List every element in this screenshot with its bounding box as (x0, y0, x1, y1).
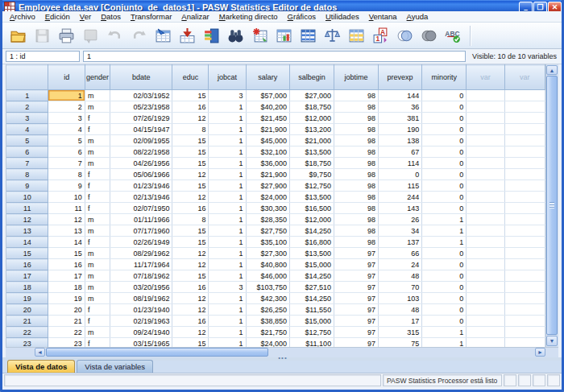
data-cell[interactable]: 97 (334, 327, 379, 338)
data-cell[interactable]: 16 (172, 316, 209, 327)
cell-editor-field[interactable]: 1 (83, 51, 466, 62)
empty-var-cell[interactable] (467, 113, 504, 124)
insert-variable-button[interactable] (272, 24, 296, 47)
redo-button[interactable] (126, 24, 151, 47)
data-cell[interactable]: 1 (209, 248, 246, 259)
data-cell[interactable]: $9,750 (289, 169, 334, 180)
data-cell[interactable]: 12 (172, 293, 209, 304)
data-cell[interactable]: 1 (209, 135, 246, 146)
data-cell[interactable]: 23 (48, 338, 85, 348)
empty-var-cell[interactable] (504, 225, 545, 237)
row-number-cell[interactable]: 2 (6, 101, 48, 113)
menu-item-archivo[interactable]: Archivo (5, 11, 40, 22)
data-cell[interactable]: f (85, 316, 110, 327)
empty-var-cell[interactable] (467, 327, 504, 338)
empty-var-cell[interactable] (504, 192, 545, 203)
data-cell[interactable]: 1 (209, 158, 246, 169)
data-cell[interactable]: 4 (48, 124, 85, 135)
column-header-prevexp[interactable]: prevexp (379, 65, 422, 90)
empty-var-cell[interactable] (467, 90, 504, 101)
row-number-cell[interactable]: 6 (6, 146, 48, 158)
data-cell[interactable]: 98 (334, 135, 379, 146)
menu-item-datos[interactable]: Datos (96, 11, 126, 22)
data-cell[interactable]: f (85, 338, 110, 348)
column-header-bdate[interactable]: bdate (110, 65, 172, 90)
data-cell[interactable]: 97 (334, 293, 379, 304)
data-cell[interactable]: f (85, 169, 110, 180)
data-cell[interactable]: 15 (172, 237, 209, 248)
data-cell[interactable]: 0 (422, 203, 467, 214)
empty-var-cell[interactable] (504, 259, 545, 270)
row-number-cell[interactable]: 3 (6, 113, 48, 124)
data-cell[interactable]: f (85, 180, 110, 192)
data-cell[interactable]: $42,300 (246, 293, 289, 304)
data-cell[interactable]: 6 (48, 146, 85, 158)
variables-button[interactable] (199, 24, 223, 47)
menu-item-ayuda[interactable]: Ayuda (402, 11, 433, 22)
data-cell[interactable]: 1 (422, 338, 467, 348)
empty-var-cell[interactable] (467, 101, 504, 113)
scroll-right-button[interactable]: ► (535, 348, 545, 357)
data-cell[interactable]: $27,300 (246, 248, 289, 259)
scroll-down-button[interactable]: ▼ (546, 336, 558, 346)
empty-var-cell[interactable] (467, 124, 504, 135)
data-cell[interactable]: 98 (334, 203, 379, 214)
data-cell[interactable]: $40,800 (246, 259, 289, 270)
data-cell[interactable]: $13,500 (289, 192, 334, 203)
data-cell[interactable]: 98 (334, 225, 379, 237)
data-cell[interactable]: 12 (48, 214, 85, 225)
data-cell[interactable]: 0 (422, 90, 467, 101)
data-cell[interactable]: 103 (379, 293, 422, 304)
data-cell[interactable]: m (85, 293, 110, 304)
data-cell[interactable]: 98 (334, 146, 379, 158)
data-cell[interactable]: 0 (379, 169, 422, 180)
data-cell[interactable]: 1 (422, 327, 467, 338)
menu-item-graficos[interactable]: Gráficos (283, 11, 321, 22)
value-labels-button[interactable]: A1 (368, 24, 392, 47)
column-header-salary[interactable]: salary (246, 65, 289, 90)
empty-var-cell[interactable] (504, 146, 545, 158)
data-cell[interactable]: 08/29/1962 (110, 248, 172, 259)
data-cell[interactable]: 02/09/1955 (110, 135, 172, 146)
data-cell[interactable]: 16 (172, 203, 209, 214)
data-cell[interactable]: 02/07/1950 (110, 203, 172, 214)
spell-check-button[interactable]: ABC (441, 24, 465, 47)
data-cell[interactable]: 15 (172, 225, 209, 237)
data-cell[interactable]: 1 (209, 225, 246, 237)
menu-item-utilidades[interactable]: Utilidades (321, 11, 364, 22)
data-cell[interactable]: 98 (334, 180, 379, 192)
data-cell[interactable]: 98 (334, 101, 379, 113)
data-cell[interactable]: 98 (334, 90, 379, 101)
data-cell[interactable]: 0 (422, 124, 467, 135)
column-header-gender[interactable]: gender (85, 65, 110, 90)
data-cell[interactable]: 02/03/1952 (110, 90, 172, 101)
data-cell[interactable]: 21 (48, 316, 85, 327)
data-cell[interactable]: m (85, 135, 110, 146)
data-cell[interactable]: 48 (379, 270, 422, 282)
data-cell[interactable]: 22 (48, 327, 85, 338)
row-number-cell[interactable]: 13 (6, 225, 48, 237)
menu-item-marketing-directo[interactable]: Marketing directo (214, 11, 283, 22)
data-cell[interactable]: 114 (379, 158, 422, 169)
empty-var-cell[interactable] (467, 338, 504, 348)
data-cell[interactable]: 1 (209, 101, 246, 113)
empty-var-cell[interactable] (504, 101, 545, 113)
data-cell[interactable]: m (85, 327, 110, 338)
data-cell[interactable]: 97 (334, 259, 379, 270)
data-cell[interactable]: $24,000 (246, 338, 289, 348)
data-cell[interactable]: 24 (379, 259, 422, 270)
data-cell[interactable]: 17 (48, 270, 85, 282)
column-header-var-2[interactable]: var (504, 65, 545, 90)
empty-var-cell[interactable] (504, 180, 545, 192)
data-cell[interactable]: $32,100 (246, 146, 289, 158)
data-cell[interactable]: 9 (48, 180, 85, 192)
data-cell[interactable]: 15 (172, 270, 209, 282)
use-variable-sets-button[interactable] (392, 24, 417, 47)
data-cell[interactable]: 1 (209, 270, 246, 282)
data-cell[interactable]: 381 (379, 113, 422, 124)
data-cell[interactable]: f (85, 113, 110, 124)
menu-item-ver[interactable]: Ver (75, 11, 96, 22)
data-cell[interactable]: 0 (422, 282, 467, 293)
data-cell[interactable]: 12 (172, 304, 209, 316)
data-cell[interactable]: 48 (379, 304, 422, 316)
